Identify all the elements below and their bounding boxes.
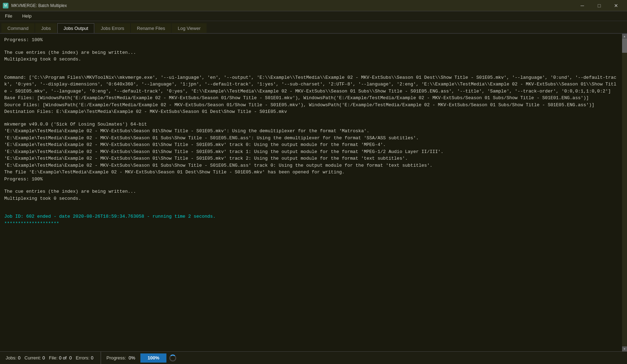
log-line-progress-100-1: Progress: 100%: [4, 37, 618, 44]
minimize-button[interactable]: ─: [574, 0, 590, 11]
tab-rename-files[interactable]: Rename Files: [131, 23, 171, 33]
menu-help[interactable]: Help: [20, 12, 34, 20]
log-line-cue-1: The cue entries (the index) are being wr…: [4, 49, 618, 56]
tab-log-viewer[interactable]: Log Viewer: [172, 23, 207, 33]
log-panel[interactable]: Progress: 100% The cue entries (the inde…: [0, 34, 622, 351]
scrollbar-thumb[interactable]: [622, 39, 627, 53]
log-blank-5: [4, 183, 618, 188]
errors-label: Errors:: [76, 355, 89, 360]
progress-label: Progress:: [107, 355, 126, 360]
log-line-dest-files: Destination Files: E:\Example\TestMedia\…: [4, 108, 618, 115]
content-area: Progress: 100% The cue entries (the inde…: [0, 34, 627, 351]
jobs-label: Jobs:: [6, 355, 17, 360]
scrollbar-up-arrow[interactable]: ▲: [622, 34, 627, 39]
log-blank-2: [4, 63, 618, 69]
maximize-button[interactable]: □: [591, 0, 607, 11]
file-value: 0 of: [59, 355, 67, 360]
log-blank-1: [4, 44, 618, 49]
log-line-progress-100-2: Progress: 100%: [4, 176, 618, 183]
menu-file[interactable]: File: [3, 12, 14, 20]
log-line-stars: ********************: [4, 220, 618, 227]
spinner-icon: [169, 355, 176, 362]
log-blank-4: [4, 115, 618, 121]
tabs-bar: Command Jobs Jobs Output Jobs Errors Ren…: [0, 21, 627, 34]
scrollbar-thumb-area: [622, 39, 627, 346]
current-value: 0: [43, 355, 45, 360]
log-line-job-ended: Job ID: 602 ended - date 2020-08-26T18:5…: [4, 213, 618, 220]
tab-command[interactable]: Command: [1, 23, 34, 33]
log-line-source-files: Source Files: [WindowsPath('E:/Example/T…: [4, 102, 618, 109]
file-label: File:: [49, 355, 58, 360]
log-line-command: Command: ['C:\\Program Files\\MKVToolNix…: [4, 74, 618, 95]
window-title: MKVMERGE: Batch Multiplex: [11, 3, 67, 8]
tab-jobs[interactable]: Jobs: [35, 23, 57, 33]
status-jobs: Jobs: 0 Current: 0 File: 0 of 0 Errors: …: [0, 352, 101, 364]
errors-value: 0: [91, 355, 93, 360]
log-line-mkvmerge-version: mkvmerge v49.0.0 ('Sick Of Losing Soulma…: [4, 121, 618, 128]
log-line-cue-2: The cue entries (the index) are being wr…: [4, 188, 618, 195]
log-line-output-2: 'E:\Example\TestMedia\Example 02 - MKV-E…: [4, 148, 618, 155]
title-bar-controls: ─ □ ✕: [574, 0, 624, 11]
jobs-value: 0: [18, 355, 20, 360]
title-bar-left: M MKVMERGE: Batch Multiplex: [3, 3, 67, 8]
log-line-output-3: 'E:\Example\TestMedia\Example 02 - MKV-E…: [4, 155, 618, 162]
title-bar: M MKVMERGE: Batch Multiplex ─ □ ✕: [0, 0, 627, 11]
scrollbar-down-arrow[interactable]: ▼: [622, 346, 627, 351]
close-button[interactable]: ✕: [608, 0, 624, 11]
scrollbar[interactable]: ▲ ▼: [622, 34, 627, 351]
current-label: Current:: [25, 355, 41, 360]
tab-jobs-output[interactable]: Jobs Output: [57, 23, 94, 33]
log-line-mux-1: Multiplexing took 0 seconds.: [4, 56, 618, 63]
log-line-demux-2: 'E:\Example\TestMedia\Example 02 - MKV-E…: [4, 135, 618, 142]
log-blank-6: [4, 202, 618, 207]
log-line-file-opened: The file 'E:\Example\TestMedia\Example 0…: [4, 169, 618, 176]
menu-bar: File Help: [0, 11, 627, 21]
log-line-demux-1: 'E:\Example\TestMedia\Example 02 - MKV-E…: [4, 128, 618, 135]
tab-jobs-errors[interactable]: Jobs Errors: [95, 23, 130, 33]
status-bar: Jobs: 0 Current: 0 File: 0 of 0 Errors: …: [0, 351, 627, 364]
log-line-mux-2: Multiplexing took 0 seconds.: [4, 195, 618, 202]
progress-pct: 0%: [128, 355, 135, 360]
log-line-base-files: Base Files: [WindowsPath('E:/Example/Tes…: [4, 95, 618, 102]
progress-100-button[interactable]: 100%: [140, 353, 166, 363]
log-line-output-1: 'E:\Example\TestMedia\Example 02 - MKV-E…: [4, 141, 618, 148]
log-line-output-4: 'E:\Example\TestMedia\Example 02 - MKV-E…: [4, 162, 618, 169]
file-total: 0: [69, 355, 72, 360]
status-progress: Progress: 0% 100%: [101, 352, 627, 364]
log-blank-3: [4, 69, 618, 74]
app-icon: M: [3, 3, 8, 8]
log-blank-7: [4, 207, 618, 213]
